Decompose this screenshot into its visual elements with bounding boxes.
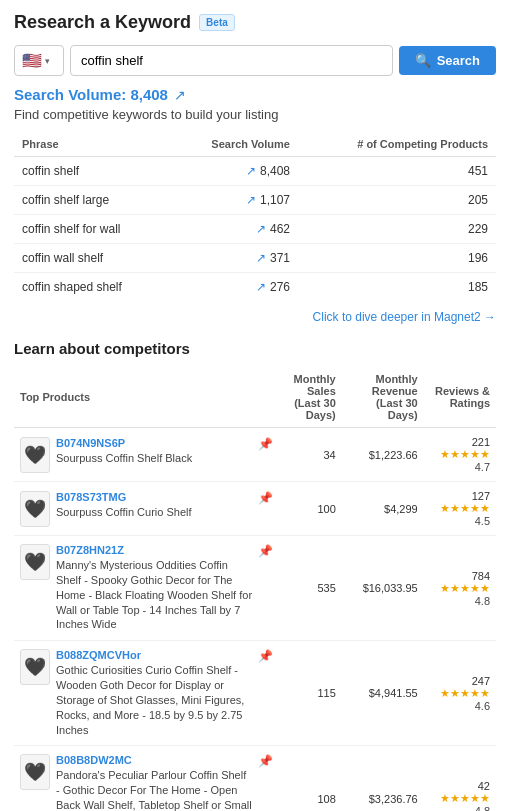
keyword-row: coffin shelf ↗ 8,408 451 bbox=[14, 157, 496, 186]
star-icon: ★ bbox=[440, 582, 450, 594]
product-image: 🖤 bbox=[20, 491, 50, 527]
product-info: B078S73TMG Sourpuss Coffin Curio Shelf bbox=[56, 491, 252, 520]
pin-icon[interactable]: 📌 bbox=[258, 649, 273, 663]
star-icon: ★ bbox=[450, 448, 460, 460]
search-volume-label: Search Volume: 8,408 bbox=[14, 86, 168, 103]
competitor-row: 🖤 B088ZQMCVHor Gothic Curiosities Curio … bbox=[14, 641, 496, 746]
star-icon: ★ bbox=[470, 502, 480, 514]
star-icon: ★ bbox=[480, 582, 490, 594]
product-title: Sourpuss Coffin Curio Shelf bbox=[56, 506, 192, 518]
rating-text: 4.7 bbox=[475, 461, 490, 473]
product-reviews: 784 ★★★★★ 4.8 bbox=[424, 536, 496, 641]
pin-icon[interactable]: 📌 bbox=[258, 754, 273, 768]
product-info: B08B8DW2MC Pandora's Peculiar Parlour Co… bbox=[56, 754, 252, 811]
product-asin-link[interactable]: B074N9NS6P bbox=[56, 437, 252, 449]
competitor-row: 🖤 B074N9NS6P Sourpuss Coffin Shelf Black… bbox=[14, 428, 496, 482]
country-selector[interactable]: 🇺🇸 ▾ bbox=[14, 45, 64, 76]
keyword-phrase: coffin shaped shelf bbox=[14, 273, 170, 302]
product-info: B07Z8HN21Z Manny's Mysterious Oddities C… bbox=[56, 544, 252, 632]
star-icon: ★ bbox=[450, 792, 460, 804]
star-icon: ★ bbox=[470, 582, 480, 594]
keyword-row: coffin shelf for wall ↗ 462 229 bbox=[14, 215, 496, 244]
col-phrase: Phrase bbox=[14, 132, 170, 157]
star-icon: ★ bbox=[460, 582, 470, 594]
product-monthly-revenue: $4,299 bbox=[342, 482, 424, 536]
search-input[interactable] bbox=[70, 45, 393, 76]
keyword-phrase: coffin shelf large bbox=[14, 186, 170, 215]
product-asin-link[interactable]: B078S73TMG bbox=[56, 491, 252, 503]
product-title: Gothic Curiosities Curio Coffin Shelf - … bbox=[56, 664, 244, 735]
trend-up-icon: ↗ bbox=[256, 222, 266, 236]
search-icon: 🔍 bbox=[415, 53, 431, 68]
search-button-label: Search bbox=[437, 53, 480, 68]
col-monthly-sales: Monthly Sales (Last 30 Days) bbox=[279, 367, 342, 428]
product-reviews: 42 ★★★★★ 4.8 bbox=[424, 746, 496, 811]
star-icon: ★ bbox=[440, 792, 450, 804]
page-header: Research a Keyword Beta bbox=[14, 12, 496, 33]
magnet-link-row: Click to dive deeper in Magnet2 → bbox=[14, 309, 496, 324]
star-icon: ★ bbox=[480, 448, 490, 460]
product-info: B088ZQMCVHor Gothic Curiosities Curio Co… bbox=[56, 649, 252, 737]
star-icon: ★ bbox=[440, 502, 450, 514]
competitor-row: 🖤 B08B8DW2MC Pandora's Peculiar Parlour … bbox=[14, 746, 496, 811]
beta-badge: Beta bbox=[199, 14, 235, 31]
keyword-volume: ↗ 276 bbox=[170, 273, 298, 302]
product-monthly-revenue: $4,941.55 bbox=[342, 641, 424, 746]
keyword-row: coffin wall shelf ↗ 371 196 bbox=[14, 244, 496, 273]
product-asin-link[interactable]: B088ZQMCVHor bbox=[56, 649, 252, 661]
product-image: 🖤 bbox=[20, 649, 50, 685]
product-monthly-revenue: $16,033.95 bbox=[342, 536, 424, 641]
col-volume: Search Volume bbox=[170, 132, 298, 157]
keyword-competing: 185 bbox=[298, 273, 496, 302]
page-title: Research a Keyword bbox=[14, 12, 191, 33]
competitor-row: 🖤 B078S73TMG Sourpuss Coffin Curio Shelf… bbox=[14, 482, 496, 536]
product-monthly-revenue: $3,236.76 bbox=[342, 746, 424, 811]
star-icon: ★ bbox=[480, 687, 490, 699]
product-title: Sourpuss Coffin Shelf Black bbox=[56, 452, 192, 464]
star-icon: ★ bbox=[470, 448, 480, 460]
col-reviews: Reviews & Ratings bbox=[424, 367, 496, 428]
keyword-phrase: coffin shelf for wall bbox=[14, 215, 170, 244]
star-icon: ★ bbox=[480, 792, 490, 804]
star-icon: ★ bbox=[480, 502, 490, 514]
product-cell: 🖤 B08B8DW2MC Pandora's Peculiar Parlour … bbox=[14, 746, 279, 811]
competitor-row: 🖤 B07Z8HN21Z Manny's Mysterious Oddities… bbox=[14, 536, 496, 641]
star-icon: ★ bbox=[460, 687, 470, 699]
keyword-row: coffin shelf large ↗ 1,107 205 bbox=[14, 186, 496, 215]
col-competing: # of Competing Products bbox=[298, 132, 496, 157]
product-cell: 🖤 B088ZQMCVHor Gothic Curiosities Curio … bbox=[14, 641, 279, 746]
keywords-table: Phrase Search Volume # of Competing Prod… bbox=[14, 132, 496, 301]
pin-icon[interactable]: 📌 bbox=[258, 544, 273, 558]
keyword-volume: ↗ 8,408 bbox=[170, 157, 298, 186]
pin-icon[interactable]: 📌 bbox=[258, 437, 273, 451]
product-cell: 🖤 B074N9NS6P Sourpuss Coffin Shelf Black… bbox=[14, 428, 279, 482]
col-products: Top Products bbox=[14, 367, 279, 428]
product-monthly-sales: 115 bbox=[279, 641, 342, 746]
product-title: Manny's Mysterious Oddities Coffin Shelf… bbox=[56, 559, 252, 630]
trend-up-icon: ↗ bbox=[256, 251, 266, 265]
trend-up-icon: ↗ bbox=[246, 164, 256, 178]
keyword-phrase: coffin shelf bbox=[14, 157, 170, 186]
star-icon: ★ bbox=[440, 448, 450, 460]
keyword-competing: 229 bbox=[298, 215, 496, 244]
search-button[interactable]: 🔍 Search bbox=[399, 46, 496, 75]
keywords-subtitle: Find competitive keywords to build your … bbox=[14, 107, 496, 122]
product-image: 🖤 bbox=[20, 544, 50, 580]
pin-icon[interactable]: 📌 bbox=[258, 491, 273, 505]
star-icon: ★ bbox=[470, 792, 480, 804]
competitors-heading: Learn about competitors bbox=[14, 340, 496, 357]
product-monthly-revenue: $1,223.66 bbox=[342, 428, 424, 482]
keyword-phrase: coffin wall shelf bbox=[14, 244, 170, 273]
keyword-volume: ↗ 1,107 bbox=[170, 186, 298, 215]
magnet-link[interactable]: Click to dive deeper in Magnet2 → bbox=[313, 310, 496, 324]
product-asin-link[interactable]: B07Z8HN21Z bbox=[56, 544, 252, 556]
product-monthly-sales: 34 bbox=[279, 428, 342, 482]
product-monthly-sales: 108 bbox=[279, 746, 342, 811]
col-monthly-revenue: Monthly Revenue (Last 30 Days) bbox=[342, 367, 424, 428]
flag-icon: 🇺🇸 bbox=[22, 51, 42, 70]
rating-text: 4.6 bbox=[475, 700, 490, 712]
keyword-competing: 205 bbox=[298, 186, 496, 215]
competitors-table: Top Products Monthly Sales (Last 30 Days… bbox=[14, 367, 496, 811]
product-asin-link[interactable]: B08B8DW2MC bbox=[56, 754, 252, 766]
search-volume-row: Search Volume: 8,408 ↗ bbox=[14, 86, 496, 103]
